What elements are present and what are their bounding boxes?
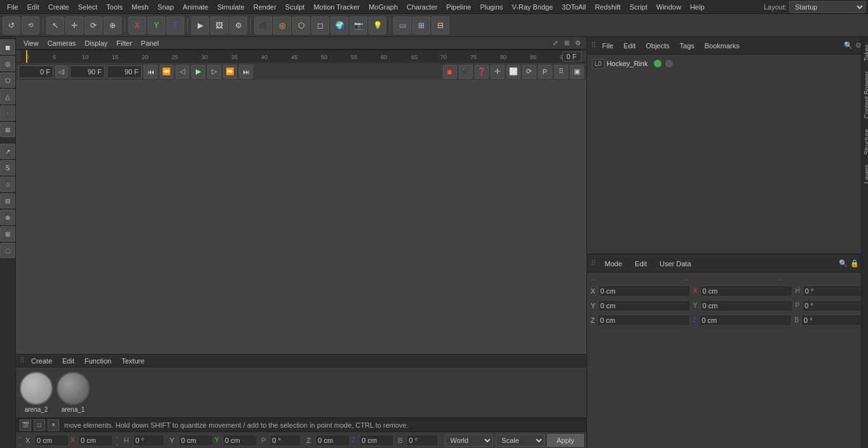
current-frame-display[interactable]: 0 F xyxy=(562,51,581,62)
menu-simulate[interactable]: Simulate xyxy=(213,2,249,12)
attr-z-size[interactable] xyxy=(699,315,792,326)
auto-key-btn[interactable]: ⚫ xyxy=(459,65,473,79)
obj-menu-file[interactable]: File xyxy=(599,41,618,50)
table-row[interactable]: L0 Hockey_Rink xyxy=(590,57,868,70)
menu-sculpt[interactable]: Sculpt xyxy=(281,2,309,12)
y-axis-btn[interactable]: Y xyxy=(147,17,165,34)
vp-menu-cameras[interactable]: Cameras xyxy=(44,39,80,48)
motion-path-btn[interactable]: ❓ xyxy=(475,65,489,79)
h-input[interactable] xyxy=(133,435,165,446)
timeline-ruler[interactable]: 0 5 10 15 20 25 30 35 40 45 50 55 xyxy=(21,50,581,63)
solo-btn[interactable]: S xyxy=(0,160,15,175)
point-mode-btn[interactable]: · xyxy=(0,105,15,121)
attr-b-val[interactable] xyxy=(801,315,868,326)
attr-y-size[interactable] xyxy=(700,300,793,311)
material-arena-1[interactable]: arena_1 xyxy=(57,372,90,413)
render-viewport-btn[interactable]: ▶ xyxy=(191,17,209,34)
layout-dropdown[interactable]: Startup xyxy=(789,1,865,13)
tweak-mode-btn[interactable]: ↗ xyxy=(0,144,15,159)
texture-mode-btn[interactable]: ◎ xyxy=(0,56,15,71)
obj-menu-tags[interactable]: Tags xyxy=(676,41,698,50)
y-pos-input[interactable] xyxy=(179,435,214,446)
obj-menu-edit[interactable]: Edit xyxy=(620,41,639,50)
menu-plugins[interactable]: Plugins xyxy=(475,2,507,12)
obj-visibility-dot-grey[interactable] xyxy=(665,60,673,67)
boole-btn[interactable]: ⊟ xyxy=(431,17,449,34)
rotate-key-btn[interactable]: ⟳ xyxy=(522,65,536,79)
z-axis-btn[interactable]: Z xyxy=(166,17,184,34)
axis-btn[interactable]: ⊞ xyxy=(0,226,15,241)
attr-h-val[interactable] xyxy=(803,285,868,297)
start-frame-input[interactable] xyxy=(18,65,53,78)
next-key-btn[interactable]: ▷ xyxy=(207,65,221,79)
tab-takes[interactable]: Takes xyxy=(862,39,868,66)
attr-y-pos[interactable] xyxy=(598,300,691,311)
menu-3dtoall[interactable]: 3DToAll xyxy=(557,2,590,12)
menu-animate[interactable]: Animate xyxy=(179,2,213,12)
move-tool[interactable]: ✛ xyxy=(65,17,83,34)
soft-selection-btn[interactable]: ◌ xyxy=(0,243,15,258)
spline-btn[interactable]: ◎ xyxy=(273,17,291,34)
world-dropdown[interactable]: World xyxy=(445,434,494,447)
nurbs-btn[interactable]: ⬡ xyxy=(292,17,310,34)
light-btn[interactable]: 💡 xyxy=(369,17,386,34)
viewport-settings-icon[interactable]: ⚙ xyxy=(574,39,583,48)
go-to-start-btn[interactable]: ⏮ xyxy=(144,65,158,79)
scale-dropdown[interactable]: Scale xyxy=(496,434,545,447)
attr-lock-icon[interactable]: 🔒 xyxy=(850,259,859,268)
cube-btn[interactable]: ⬛ xyxy=(254,17,272,34)
p-input[interactable] xyxy=(269,435,301,446)
status-icon-1[interactable]: 🎬 xyxy=(20,419,31,431)
mat-menu-create[interactable]: Create xyxy=(27,356,56,365)
y-world-input[interactable] xyxy=(222,435,257,446)
uv-mode-btn[interactable]: ⊞ xyxy=(0,122,15,137)
x-world-input[interactable] xyxy=(78,435,113,446)
vp-menu-panel[interactable]: Panel xyxy=(137,39,163,48)
menu-snap[interactable]: Snap xyxy=(153,2,179,12)
attr-search-icon[interactable]: 🔍 xyxy=(839,259,848,268)
record-btn[interactable]: ⏺ xyxy=(443,65,457,79)
timeline-toggle-btn[interactable]: ▣ xyxy=(570,65,584,79)
obj-menu-bookmarks[interactable]: Bookmarks xyxy=(701,41,743,50)
menu-script[interactable]: Script xyxy=(625,2,652,12)
attr-z-pos[interactable] xyxy=(597,315,690,326)
frame-start-prev-btn[interactable]: ◁| xyxy=(55,65,68,78)
mat-menu-edit[interactable]: Edit xyxy=(58,356,78,365)
menu-character[interactable]: Character xyxy=(402,2,442,12)
polygon-mode-btn[interactable]: △ xyxy=(0,89,15,104)
menu-motion-tracker[interactable]: Motion Tracker xyxy=(309,2,364,12)
vp-menu-display[interactable]: Display xyxy=(81,39,111,48)
menu-pipeline[interactable]: Pipeline xyxy=(442,2,475,12)
scale-tool[interactable]: ⊕ xyxy=(104,17,121,34)
menu-create[interactable]: Create xyxy=(44,2,74,12)
snap-enable-btn[interactable]: ⊕ xyxy=(0,210,15,225)
menu-mograph[interactable]: MoGraph xyxy=(364,2,402,12)
array-btn[interactable]: ⊞ xyxy=(412,17,430,34)
vp-menu-view[interactable]: View xyxy=(20,39,43,48)
key-dots-btn[interactable]: ⠿ xyxy=(554,65,568,79)
render-picture-viewer-btn[interactable]: 🖼 xyxy=(210,17,228,34)
edge-mode-btn[interactable]: ⬡ xyxy=(0,72,15,88)
menu-help[interactable]: Help xyxy=(686,2,709,12)
menu-window[interactable]: Window xyxy=(652,2,686,12)
end-frame2-input[interactable] xyxy=(107,65,142,78)
z-world-input[interactable] xyxy=(359,435,394,446)
x-axis-btn[interactable]: X xyxy=(128,17,146,34)
xray-btn[interactable]: ☆ xyxy=(0,177,15,192)
menu-edit[interactable]: Edit xyxy=(23,2,44,12)
mat-menu-texture[interactable]: Texture xyxy=(118,356,148,365)
move-key-btn[interactable]: ✛ xyxy=(491,65,505,79)
model-mode-btn[interactable]: ◼ xyxy=(0,39,15,55)
viewport-expand-icon[interactable]: ⤢ xyxy=(551,39,560,48)
apply-button[interactable]: Apply xyxy=(547,434,584,447)
menu-redshift[interactable]: Redshift xyxy=(590,2,625,12)
attr-x-size[interactable] xyxy=(700,285,793,297)
end-frame-input[interactable] xyxy=(70,65,105,78)
deformer-btn[interactable]: ◻ xyxy=(311,17,329,34)
grid-btn[interactable]: ⊟ xyxy=(0,193,15,208)
tab-structure[interactable]: Structure xyxy=(862,124,868,160)
environment-btn[interactable]: 🌍 xyxy=(330,17,348,34)
menu-file[interactable]: File xyxy=(3,2,23,12)
viewport-layout-icon[interactable]: ⊞ xyxy=(562,39,571,48)
vp-menu-filter[interactable]: Filter xyxy=(112,39,135,48)
